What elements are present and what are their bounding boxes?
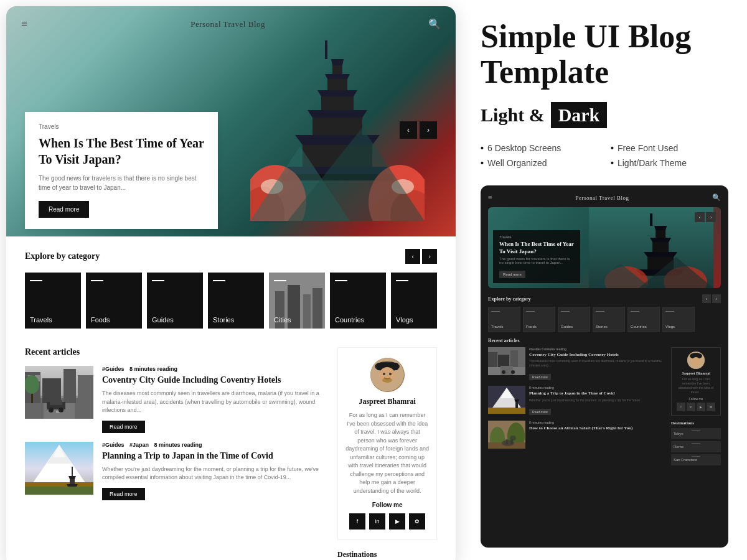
dark-mountain-thumb: [488, 386, 525, 414]
dark-hero-read-button[interactable]: Read more: [499, 271, 525, 278]
categories-list: Travels Foods Guides Stories: [25, 273, 437, 329]
dark-author-bio: For as long as I can remember I've been …: [675, 377, 716, 394]
recent-section: Recent articles: [6, 338, 456, 560]
dark-article-title: Planning a Trip to Japan in the Time of …: [529, 391, 642, 396]
features-grid: • 6 Desktop Screens • Free Font Used • W…: [481, 143, 728, 168]
article-excerpt: Whether you're just daydreaming for the …: [102, 465, 325, 482]
dark-cat-line: [665, 311, 674, 312]
feature-label: Light/Dark Theme: [618, 158, 687, 168]
dark-article-content: 8 minutes reading How to Choose an Afric…: [529, 421, 632, 449]
svg-point-59: [389, 373, 392, 375]
category-item-travels[interactable]: Travels: [25, 273, 81, 329]
svg-point-80: [502, 370, 505, 374]
light-label: Light &: [481, 105, 545, 126]
feature-label: Well Organized: [487, 158, 547, 168]
dark-hero-next-button[interactable]: ›: [706, 212, 716, 222]
category-item-cities[interactable]: Cities: [269, 273, 325, 329]
dark-author-avatar: [687, 352, 705, 369]
dark-category-travels[interactable]: Travels: [488, 307, 520, 332]
dark-dest-item-rome[interactable]: Rome: [671, 441, 721, 452]
dark-other-button[interactable]: ✿: [707, 403, 715, 411]
dark-article-read-button[interactable]: Read more: [529, 374, 551, 380]
social-icons: f in ▶ ✿: [345, 513, 429, 530]
dark-article-content: #Guides 6 minutes reading Coventry City …: [529, 347, 665, 381]
dark-dest-item-sf[interactable]: San Francisco: [671, 454, 721, 465]
hero-read-more-button[interactable]: Read more: [39, 201, 89, 218]
dark-category-stories[interactable]: Stories: [593, 307, 625, 332]
dark-article-excerpt: The diseases most commonly seen in trave…: [529, 359, 665, 368]
article-thumbnail-japan: [25, 442, 93, 495]
svg-rect-34: [78, 375, 93, 403]
dark-category-vlogs[interactable]: Vlogs: [662, 307, 695, 332]
dark-explore-header: Explore by category ‹ ›: [488, 294, 721, 303]
youtube-button[interactable]: ▶: [389, 513, 405, 530]
category-line: [274, 280, 286, 281]
dark-article-tag: #Guides: [529, 347, 541, 351]
category-next-button[interactable]: ›: [422, 249, 437, 264]
destinations-widget: Destinations Tokyo Rome: [337, 550, 437, 560]
dark-hero-prev-button[interactable]: ‹: [695, 212, 705, 222]
dark-category-foods[interactable]: Foods: [523, 307, 555, 332]
article-item: #Guides 8 minutes reading Coventry City …: [25, 366, 325, 433]
category-prev-button[interactable]: ‹: [405, 249, 420, 264]
bullet-icon: •: [481, 158, 484, 168]
dark-instagram-button[interactable]: in: [687, 403, 695, 411]
svg-rect-39: [50, 400, 62, 405]
article-title: Planning a Trip to Japan in the Time of …: [102, 450, 325, 462]
svg-marker-51: [68, 476, 76, 479]
other-social-button[interactable]: ✿: [409, 513, 425, 530]
dark-article-item: #Guides 6 minutes reading Coventry City …: [488, 347, 665, 381]
svg-rect-85: [488, 408, 525, 414]
dark-reading-time: 8 minutes reading: [529, 386, 554, 390]
feature-light-dark: • Light/Dark Theme: [611, 158, 728, 168]
category-item-guides[interactable]: Guides: [147, 273, 203, 329]
dark-category-navigation: ‹ ›: [702, 294, 721, 303]
article-read-more-button[interactable]: Read more: [102, 488, 145, 500]
articles-list: Recent articles: [25, 347, 325, 560]
dark-cat-label: Travels: [491, 325, 503, 329]
category-navigation: ‹ ›: [405, 249, 437, 264]
article-read-more-button[interactable]: Read more: [102, 421, 145, 433]
article-excerpt: The diseases most commonly seen in trave…: [102, 390, 325, 415]
dark-cat-label: Vlogs: [665, 325, 675, 329]
svg-rect-8: [312, 118, 362, 135]
category-item-vlogs[interactable]: Vlogs: [391, 273, 437, 329]
hero-next-button[interactable]: ›: [420, 121, 437, 139]
svg-rect-87: [515, 402, 518, 408]
dark-article-meta: 8 minutes reading: [529, 386, 642, 390]
dark-article-excerpt: Whether you're just daydreaming for the …: [529, 398, 642, 403]
dark-dest-item-tokyo[interactable]: Tokyo: [671, 428, 721, 439]
dark-cat-prev-button[interactable]: ‹: [702, 294, 711, 303]
bullet-icon: •: [611, 158, 614, 168]
svg-rect-66: [652, 242, 669, 252]
dark-facebook-button[interactable]: f: [677, 403, 685, 411]
feature-label: Free Font Used: [618, 143, 678, 153]
hamburger-icon[interactable]: ≡: [21, 17, 27, 30]
search-icon[interactable]: 🔍: [428, 18, 441, 30]
dark-author-name: Jaspreet Bhamrai: [675, 371, 716, 375]
dark-header: ≡ Personal Travel Blog 🔍: [488, 193, 721, 202]
svg-marker-63: [654, 226, 667, 230]
dark-category-guides[interactable]: Guides: [558, 307, 590, 332]
svg-rect-62: [650, 213, 652, 226]
dark-category-countries[interactable]: Countries: [627, 307, 660, 332]
dark-author-card: Jaspreet Bhamrai For as long as I can re…: [671, 347, 721, 416]
facebook-button[interactable]: f: [349, 513, 365, 530]
svg-marker-65: [650, 238, 671, 242]
category-line: [152, 280, 164, 281]
instagram-button[interactable]: in: [369, 513, 385, 530]
dark-article-read-button[interactable]: Read more: [529, 409, 551, 415]
category-header: Explore by category ‹ ›: [25, 249, 437, 264]
category-item-countries[interactable]: Countries: [330, 273, 386, 329]
hero-description: The good news for travelers is that ther…: [39, 174, 204, 192]
destinations-title: Destinations: [337, 550, 437, 559]
dark-cat-next-button[interactable]: ›: [712, 294, 721, 303]
category-line: [30, 280, 42, 281]
dark-youtube-button[interactable]: ▶: [697, 403, 705, 411]
category-item-stories[interactable]: Stories: [208, 273, 264, 329]
svg-point-40: [49, 408, 54, 413]
dark-article-thumb-safari: [488, 421, 525, 449]
hero-prev-button[interactable]: ‹: [400, 121, 417, 139]
svg-point-95: [510, 436, 516, 441]
category-item-foods[interactable]: Foods: [86, 273, 142, 329]
